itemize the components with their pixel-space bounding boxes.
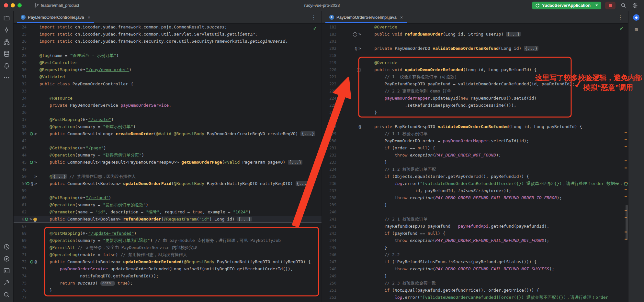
line-number[interactable]: 249 [322,273,336,280]
fold-chevron-icon[interactable]: > [358,31,361,38]
project-folder-icon[interactable] [3,14,10,21]
line-number[interactable]: 74 [14,273,27,280]
code-line[interactable]: 237 id, payRefundId, toJsonString(order)… [322,187,628,194]
code-line[interactable]: 250 // 2.3 校验退款金额一致 [322,280,628,287]
stop-button[interactable] [605,2,616,9]
line-number[interactable]: 226 [322,109,336,116]
fold-chevron-icon[interactable]: > [34,159,37,166]
code-line[interactable]: 29@RestController [14,59,322,66]
line-number[interactable]: 237 [322,187,336,194]
fold-chevron-icon[interactable]: > [34,180,37,187]
code-line[interactable]: 69 @Operation(summary = "更新示例订单为已退款") //… [14,237,322,244]
code-line[interactable]: 24import static cn.iocoder.yudao.framewo… [14,24,322,31]
tab-options-kebab-icon[interactable]: ⋮ [309,14,318,20]
code-line[interactable]: 31@Validated [14,73,322,81]
code-line[interactable]: 74 notifyReqDTO.getPayRefundId()); [14,273,322,280]
line-number[interactable]: 243 [322,230,336,237]
close-window-button[interactable] [4,3,8,7]
code-line[interactable]: 225 .setRefundTime(payRefund.getSuccessT… [322,102,628,109]
run-configuration-button[interactable]: YudaoServerApplication [532,2,601,9]
fold-chevron-icon[interactable]: > [358,45,361,52]
line-number[interactable]: 42 [14,137,27,145]
line-number[interactable]: 247 [322,258,336,265]
zoom-window-button[interactable] [17,3,22,7]
line-number[interactable]: 220 [322,66,336,73]
services-run-icon[interactable] [3,255,10,262]
line-number[interactable]: 31 [14,73,27,81]
annotation-marker-icon[interactable]: @ [35,258,37,265]
right-code-area[interactable]: 182 @Override183↑> public void refundDem… [322,24,628,302]
line-number[interactable]: 183 [322,31,336,38]
line-number[interactable]: 242 [322,223,336,230]
endpoint-icon[interactable] [25,218,28,221]
code-line[interactable]: 63> public CommonResult<Boolean> refundD… [14,216,322,223]
fold-chevron-icon[interactable]: > [29,216,32,223]
git-branch-widget[interactable]: feature/mall_product [31,2,82,9]
line-number[interactable]: 37 [14,116,27,123]
line-number[interactable]: 234 [322,166,336,173]
code-line[interactable]: 244 throw exception(PAY_DEMO_ORDER_REFUN… [322,237,628,244]
line-number[interactable]: 248 [322,265,336,273]
line-number[interactable]: 35 [14,102,27,109]
line-number[interactable]: 240 [322,209,336,216]
line-number[interactable]: 245 [322,244,336,251]
line-number[interactable]: 30 [14,66,27,73]
code-line[interactable]: 72@ public CommonResult<Boolean> updateD… [14,258,322,265]
line-number[interactable]: 233 [322,159,336,166]
fold-chevron-icon[interactable]: > [34,130,37,137]
tab-paydemoordercontroller[interactable]: C PayDemoOrderController.java × [17,11,94,23]
line-number[interactable]: 182 [322,24,336,31]
line-number[interactable]: 34 [14,95,27,102]
line-number[interactable]: 32 [14,81,27,88]
code-line[interactable]: 242 PayRefundRespDTO payRefund = payRefu… [322,223,628,230]
run-config-chevron-icon[interactable] [595,5,598,6]
maven-tool-icon[interactable]: m [635,26,638,32]
line-number[interactable]: 59 [14,187,27,194]
tab-options-kebab-icon[interactable]: ⋮ [616,14,625,20]
left-code-area[interactable]: 24import static cn.iocoder.yudao.framewo… [14,24,322,302]
annotation-marker-icon[interactable]: @ [359,123,361,130]
code-line[interactable]: 35 private PayDemoOrderService payDemoOr… [14,102,322,109]
code-line[interactable]: 223 // 2.2 更新退款单到 demo 订单 [322,88,628,95]
line-number[interactable]: 202 [322,45,336,52]
code-line[interactable]: 233 } [322,159,628,166]
code-line[interactable]: 62 @Parameter(name = "id", description =… [14,209,322,216]
line-number[interactable]: 70 [14,244,27,251]
lightbulb-icon[interactable] [33,218,37,221]
code-line[interactable]: 25import static cn.iocoder.yudao.framewo… [14,31,322,38]
code-line[interactable]: 73 payDemoOrderService.updateDemoOrderRe… [14,265,322,273]
line-number[interactable]: 33 [14,88,27,95]
endpoint-icon[interactable] [30,161,33,164]
code-line[interactable]: 36 [14,109,322,116]
line-number[interactable]: 45 [14,159,27,166]
line-number[interactable]: 236 [322,180,336,187]
code-line[interactable]: 37 @PostMapping(⊕"/create") [14,116,322,123]
code-line[interactable]: 42 [14,137,322,145]
line-number[interactable]: 39 [14,130,27,137]
line-number[interactable]: 67 [14,223,27,230]
code-line[interactable]: 49 [14,166,322,173]
notifications-bell-icon[interactable] [3,62,10,69]
code-line[interactable]: 221 // 1. 校验并获得退款订单（可退款） [322,73,628,81]
line-number[interactable]: 49 [14,166,27,173]
tab-paydemoorderserviceimpl[interactable]: C PayDemoOrderServiceImpl.java × [325,11,407,23]
code-line[interactable]: 226 } [322,109,628,116]
line-number[interactable]: 228 [322,123,336,130]
line-number[interactable]: 43 [14,145,27,152]
code-line[interactable]: 26import static cn.iocoder.yudao.framewo… [14,38,322,45]
code-line[interactable]: 219 @Override [322,59,628,66]
code-line[interactable]: 45> public CommonResult<PageResult<PayDe… [14,159,322,166]
endpoint-icon[interactable] [26,182,29,185]
code-line[interactable]: 183↑> public void refundDemoOrder(Long i… [322,31,628,38]
code-line[interactable]: 70 @PermitAll // 无需登录，安全由 PayDemoOrderSe… [14,244,322,251]
code-line[interactable]: 220↑ public void updateDemoOrderRefunded… [322,66,628,73]
notification-badge-icon[interactable] [633,14,639,21]
code-line[interactable]: 228@ private PayRefundRespDTO validateDe… [322,123,628,130]
settings-gear-icon[interactable] [631,2,639,9]
line-number[interactable]: 201 [322,38,336,45]
code-line[interactable]: 44 @Operation(summary = "获得示例订单分页") [14,152,322,159]
code-line[interactable]: 75 return success( data: true); [14,280,322,287]
line-number[interactable]: 68 [14,230,27,237]
code-line[interactable]: 235 if (Objects.equals(order.getPayOrder… [322,173,628,180]
code-line[interactable]: 238 throw exception(PAY_DEMO_ORDER_REFUN… [322,194,628,201]
